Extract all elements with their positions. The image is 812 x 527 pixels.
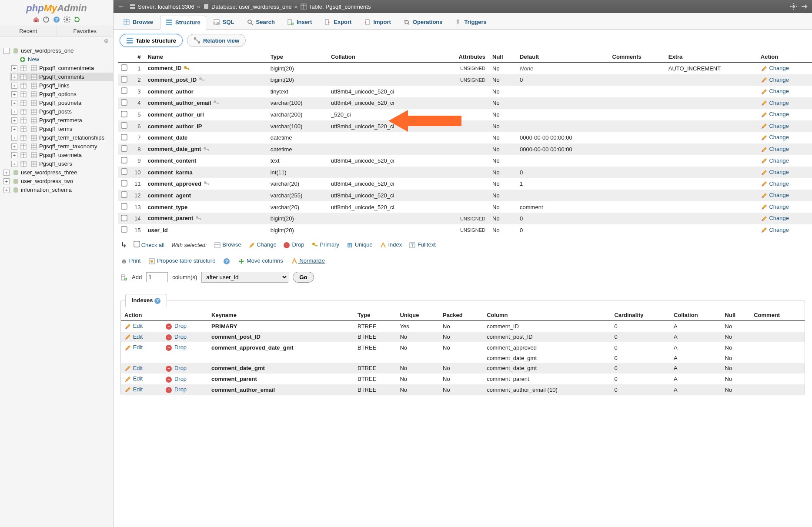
favorites-tab[interactable]: Favorites bbox=[57, 26, 114, 36]
collapse-all-icon[interactable]: ⊜ bbox=[104, 37, 109, 44]
column-name[interactable]: user_id bbox=[147, 227, 167, 233]
row-checkbox[interactable] bbox=[121, 180, 127, 186]
table-node[interactable]: Pgsqff_usermeta bbox=[39, 152, 82, 158]
index-edit-link[interactable]: Edit bbox=[133, 365, 143, 371]
column-name[interactable]: comment_author bbox=[147, 88, 193, 95]
help-icon[interactable]: ? bbox=[223, 258, 230, 265]
row-checkbox[interactable] bbox=[121, 88, 127, 94]
change-link[interactable]: Change bbox=[769, 146, 789, 152]
table-node[interactable]: Pgsqff_links bbox=[39, 82, 70, 89]
row-checkbox[interactable] bbox=[121, 111, 127, 117]
column-name[interactable]: comment_ID bbox=[147, 65, 181, 71]
bulk-index[interactable]: Index bbox=[380, 241, 402, 249]
bulk-primary[interactable]: Primary bbox=[311, 241, 339, 249]
column-name[interactable]: comment_author_IP bbox=[147, 123, 202, 130]
toggle-icon[interactable]: + bbox=[11, 83, 17, 89]
column-name[interactable]: comment_author_url bbox=[147, 111, 204, 118]
index-edit-link[interactable]: Edit bbox=[133, 386, 143, 393]
column-name[interactable]: comment_date bbox=[147, 134, 187, 141]
table-node[interactable]: Pgsqff_comments bbox=[39, 73, 84, 80]
row-checkbox[interactable] bbox=[121, 65, 127, 71]
change-link[interactable]: Change bbox=[769, 192, 789, 198]
recent-tab[interactable]: Recent bbox=[0, 26, 57, 36]
home-icon[interactable] bbox=[33, 16, 40, 23]
column-name[interactable]: comment_type bbox=[147, 204, 187, 210]
column-name[interactable]: comment_author_email bbox=[147, 100, 211, 106]
index-edit-link[interactable]: Edit bbox=[133, 334, 143, 340]
reload-icon[interactable] bbox=[74, 16, 80, 23]
change-link[interactable]: Change bbox=[769, 215, 789, 221]
table-node[interactable]: Pgsqff_term_relationships bbox=[39, 134, 104, 141]
table-node[interactable]: Pgsqff_commentmeta bbox=[39, 65, 94, 71]
db-node[interactable]: information_schema bbox=[21, 187, 72, 193]
index-drop-link[interactable]: Drop bbox=[174, 386, 187, 393]
toggle-icon[interactable]: + bbox=[11, 152, 17, 158]
column-name[interactable]: comment_post_ID bbox=[147, 77, 197, 83]
change-link[interactable]: Change bbox=[769, 100, 789, 106]
propose-structure-link[interactable]: Propose table structure bbox=[148, 257, 215, 265]
toggle-icon[interactable]: + bbox=[11, 91, 17, 97]
tab-structure[interactable]: Structure bbox=[160, 16, 206, 30]
index-edit-link[interactable]: Edit bbox=[133, 375, 143, 382]
column-name[interactable]: comment_date_gmt bbox=[147, 146, 201, 152]
bulk-fulltext[interactable]: T Fulltext bbox=[409, 241, 436, 249]
check-all[interactable]: Check all bbox=[134, 241, 164, 248]
table-node[interactable]: Pgsqff_terms bbox=[39, 126, 72, 132]
tab-import[interactable]: Import bbox=[358, 16, 396, 29]
tab-browse[interactable]: Browse bbox=[118, 16, 158, 29]
index-drop-link[interactable]: Drop bbox=[174, 365, 187, 371]
index-drop-link[interactable]: Drop bbox=[174, 334, 187, 340]
row-checkbox[interactable] bbox=[121, 76, 127, 82]
toggle-icon[interactable]: + bbox=[11, 161, 17, 167]
toggle-icon[interactable]: + bbox=[11, 126, 17, 132]
add-position-select[interactable]: after user_id bbox=[201, 272, 288, 283]
index-edit-link[interactable]: Edit bbox=[133, 344, 143, 350]
tab-insert[interactable]: Insert bbox=[282, 16, 317, 29]
back-arrow-icon[interactable]: ← bbox=[118, 3, 125, 10]
print-link[interactable]: Print bbox=[120, 257, 140, 265]
change-link[interactable]: Change bbox=[769, 111, 789, 117]
db-node[interactable]: user_wordpress_three bbox=[21, 169, 77, 176]
table-node[interactable]: Pgsqff_users bbox=[39, 160, 72, 167]
row-checkbox[interactable] bbox=[121, 134, 127, 140]
toggle-icon[interactable]: + bbox=[11, 143, 17, 150]
toggle-icon[interactable]: + bbox=[3, 178, 10, 184]
change-link[interactable]: Change bbox=[769, 203, 789, 210]
column-name[interactable]: comment_agent bbox=[147, 192, 191, 199]
toggle-icon[interactable]: + bbox=[11, 100, 17, 106]
table-node[interactable]: Pgsqff_posts bbox=[39, 108, 72, 115]
phpmyadmin-logo[interactable]: phpMyAdmin bbox=[0, 0, 113, 15]
toggle-icon[interactable]: + bbox=[11, 135, 17, 141]
tab-export[interactable]: Export bbox=[319, 16, 357, 29]
row-checkbox[interactable] bbox=[121, 227, 127, 233]
toggle-icon[interactable]: + bbox=[3, 170, 10, 176]
column-name[interactable]: comment_parent bbox=[147, 215, 193, 221]
breadcrumb-server[interactable]: localhost:3306 bbox=[158, 3, 194, 10]
logout-icon[interactable] bbox=[43, 16, 50, 23]
docs-icon[interactable]: ? bbox=[53, 16, 60, 23]
toggle-icon[interactable]: + bbox=[3, 187, 10, 193]
change-link[interactable]: Change bbox=[769, 65, 789, 71]
tab-triggers[interactable]: Triggers bbox=[450, 16, 492, 29]
toggle-icon[interactable]: + bbox=[11, 109, 17, 115]
tab-search[interactable]: Search bbox=[241, 16, 280, 29]
add-count-input[interactable] bbox=[146, 272, 168, 282]
change-link[interactable]: Change bbox=[769, 88, 789, 94]
index-drop-link[interactable]: Drop bbox=[174, 376, 187, 382]
row-checkbox[interactable] bbox=[121, 192, 127, 198]
breadcrumb-table[interactable]: Pgsqff_comments bbox=[326, 3, 371, 10]
change-link[interactable]: Change bbox=[769, 157, 789, 164]
row-checkbox[interactable] bbox=[121, 157, 127, 163]
row-checkbox[interactable] bbox=[121, 203, 127, 209]
row-checkbox[interactable] bbox=[121, 215, 127, 221]
toggle-icon[interactable]: − bbox=[3, 48, 10, 54]
breadcrumb-db[interactable]: user_wordpress_one bbox=[239, 3, 291, 10]
change-link[interactable]: Change bbox=[769, 123, 789, 129]
normalize-link[interactable]: Normalize bbox=[291, 257, 325, 265]
row-checkbox[interactable] bbox=[121, 99, 127, 105]
column-name[interactable]: comment_karma bbox=[147, 169, 192, 176]
toggle-icon[interactable]: + bbox=[11, 74, 17, 80]
db-node[interactable]: user_wordpress_one bbox=[21, 47, 74, 54]
row-checkbox[interactable] bbox=[121, 169, 127, 175]
bulk-unique[interactable]: U Unique bbox=[346, 241, 373, 249]
